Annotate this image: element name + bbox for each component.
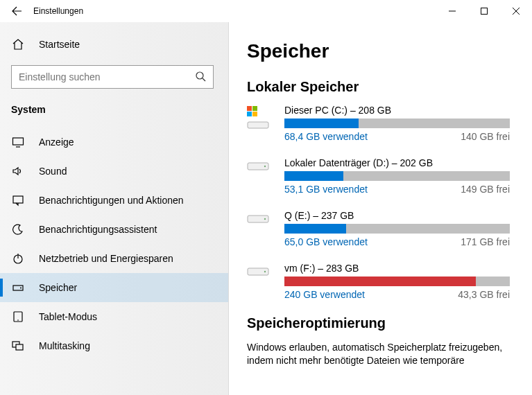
- multitasking-icon: [11, 340, 25, 352]
- svg-point-21: [264, 218, 266, 220]
- maximize-button[interactable]: [468, 0, 500, 22]
- svg-rect-6: [13, 138, 24, 145]
- drive-row[interactable]: Lokaler Datenträger (D:) – 202 GB53,1 GB…: [247, 157, 510, 195]
- sidebar-item-label: Netzbetrieb und Energiesparen: [39, 253, 173, 264]
- sidebar-item-label: Benachrichtigungen und Aktionen: [39, 195, 184, 206]
- settings-window: Einstellungen Startseite System AnzeigeS…: [0, 0, 532, 395]
- svg-rect-8: [13, 196, 23, 203]
- window-title: Einstellungen: [33, 6, 83, 16]
- sidebar-item-display[interactable]: Anzeige: [11, 128, 229, 157]
- sidebar-nav: AnzeigeSoundBenachrichtigungen und Aktio…: [11, 128, 229, 360]
- sidebar-item-label: Tablet-Modus: [39, 311, 97, 322]
- drive-icon: [247, 210, 273, 247]
- tablet-icon: [11, 310, 25, 323]
- svg-point-19: [264, 166, 266, 167]
- sidebar-item-multitasking[interactable]: Multitasking: [11, 331, 229, 360]
- drive-title: Dieser PC (C:) – 208 GB: [284, 105, 510, 116]
- windows-logo-icon: [247, 106, 258, 116]
- drive-free-text: 43,3 GB frei: [458, 289, 510, 300]
- sidebar-item-power[interactable]: Netzbetrieb und Energiesparen: [11, 244, 229, 273]
- notifications-icon: [11, 194, 25, 207]
- drives-list: Dieser PC (C:) – 208 GB68,4 GB verwendet…: [247, 105, 510, 300]
- search-text-field[interactable]: [19, 71, 195, 82]
- drive-row[interactable]: vm (F:) – 283 GB240 GB verwendet43,3 GB …: [247, 263, 510, 300]
- back-button[interactable]: [6, 0, 28, 22]
- sidebar-item-label: Benachrichtigungsassistent: [39, 224, 157, 235]
- drive-usage-bar: [284, 224, 510, 234]
- minimize-button[interactable]: [436, 0, 468, 22]
- drive-row[interactable]: Q (E:) – 237 GB65,0 GB verwendet171 GB f…: [247, 210, 510, 247]
- main-panel: Speicher Lokaler Speicher Dieser PC (C:)…: [229, 22, 532, 395]
- drive-title: Lokaler Datenträger (D:) – 202 GB: [284, 157, 510, 168]
- drive-free-text: 140 GB frei: [461, 131, 510, 142]
- drive-usage-bar: [284, 171, 510, 181]
- titlebar: Einstellungen: [0, 0, 532, 22]
- sidebar-item-sound[interactable]: Sound: [11, 157, 229, 186]
- svg-rect-17: [248, 122, 268, 128]
- display-icon: [11, 136, 25, 148]
- page-title: Speicher: [247, 40, 510, 62]
- back-arrow-icon: [11, 6, 22, 17]
- close-icon: [513, 8, 520, 15]
- sidebar-item-label: Multitasking: [39, 340, 90, 351]
- svg-rect-16: [16, 344, 23, 350]
- storage-icon: [11, 281, 25, 294]
- search-icon: [195, 71, 206, 84]
- svg-point-14: [17, 319, 19, 321]
- drive-icon: [247, 105, 273, 142]
- svg-point-23: [264, 271, 266, 272]
- sidebar-item-moon[interactable]: Benachrichtigungsassistent: [11, 215, 229, 244]
- minimize-icon: [449, 8, 456, 15]
- moon-icon: [11, 223, 25, 236]
- drive-title: Q (E:) – 237 GB: [284, 210, 510, 221]
- sidebar-item-storage[interactable]: Speicher: [0, 273, 229, 302]
- drive-used-text[interactable]: 68,4 GB verwendet: [284, 131, 368, 142]
- drive-row[interactable]: Dieser PC (C:) – 208 GB68,4 GB verwendet…: [247, 105, 510, 142]
- close-button[interactable]: [500, 0, 532, 22]
- sidebar-item-label: Speicher: [39, 282, 77, 293]
- drive-title: vm (F:) – 283 GB: [284, 263, 510, 274]
- sidebar: Startseite System AnzeigeSoundBenachrich…: [0, 22, 229, 395]
- sidebar-item-tablet[interactable]: Tablet-Modus: [11, 302, 229, 331]
- optimization-heading: Speicheroptimierung: [247, 315, 510, 331]
- local-storage-heading: Lokaler Speicher: [247, 79, 510, 95]
- svg-line-5: [203, 78, 205, 81]
- search-input[interactable]: [11, 65, 214, 89]
- drive-icon: [247, 157, 273, 195]
- sidebar-item-notifications[interactable]: Benachrichtigungen und Aktionen: [11, 186, 229, 215]
- drive-used-text[interactable]: 240 GB verwendet: [284, 289, 365, 300]
- power-icon: [11, 252, 25, 265]
- drive-used-text[interactable]: 53,1 GB verwendet: [284, 184, 368, 195]
- drive-usage-bar: [284, 119, 510, 128]
- drive-used-text[interactable]: 65,0 GB verwendet: [284, 236, 368, 247]
- sidebar-item-label: Sound: [39, 166, 67, 177]
- drive-free-text: 171 GB frei: [461, 236, 510, 247]
- home-icon: [11, 38, 25, 51]
- sidebar-item-home[interactable]: Startseite: [11, 30, 229, 58]
- sidebar-item-label: Anzeige: [39, 137, 74, 148]
- sidebar-home-label: Startseite: [39, 39, 80, 50]
- drive-free-text: 149 GB frei: [461, 184, 510, 195]
- drive-icon: [247, 263, 273, 300]
- optimization-text: Windows erlauben, automatisch Speicherpl…: [247, 341, 510, 367]
- sidebar-section-title: System: [11, 104, 229, 115]
- maximize-icon: [481, 8, 488, 15]
- svg-point-4: [196, 72, 203, 79]
- svg-rect-1: [481, 8, 488, 15]
- sound-icon: [11, 165, 25, 177]
- svg-point-12: [20, 288, 22, 289]
- drive-usage-bar: [284, 276, 510, 286]
